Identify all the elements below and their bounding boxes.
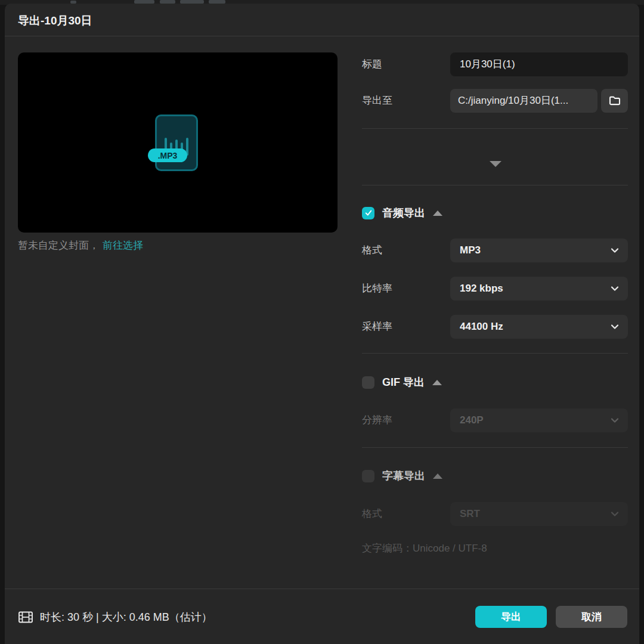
subtitle-export-header: 字幕导出 — [362, 469, 442, 482]
encoding-value: Unicode / UTF-8 — [413, 543, 487, 554]
format-dropdown[interactable]: MP3 — [450, 239, 628, 262]
cover-caption-row: 暂未自定义封面，前往选择 — [18, 239, 143, 252]
chevron-down-icon — [610, 246, 620, 255]
audio-export-checkbox[interactable] — [362, 207, 374, 219]
resolution-label: 分辨率 — [362, 408, 450, 432]
mp3-file-icon: .MP3 — [155, 114, 198, 171]
expand-more-chevron-icon[interactable] — [490, 161, 501, 167]
export-path-row: 导出至 C:/jianying/10月30日(1... — [362, 89, 628, 113]
export-dialog: 导出-10月30日 .MP3 暂未自定义封面，前往选择 标题 10月30日(1)… — [5, 4, 639, 644]
title-input[interactable]: 10月30日(1) — [450, 52, 628, 76]
bitrate-dropdown[interactable]: 192 kbps — [450, 277, 628, 301]
resolution-row: 分辨率 240P — [362, 408, 628, 432]
audio-export-title: 音频导出 — [382, 206, 425, 220]
choose-cover-link[interactable]: 前往选择 — [103, 240, 143, 251]
encoding-row: 文字编码：Unicode / UTF-8 — [362, 537, 487, 561]
bitrate-label: 比特率 — [362, 277, 450, 301]
titlebar-divider — [5, 36, 639, 36]
resolution-dropdown: 240P — [450, 408, 628, 432]
collapse-up-icon[interactable] — [433, 210, 442, 216]
collapse-up-icon[interactable] — [433, 473, 442, 479]
chevron-down-icon — [610, 416, 620, 425]
subtitle-format-dropdown: SRT — [450, 502, 628, 526]
browse-folder-button[interactable] — [601, 89, 628, 113]
subtitle-format-value: SRT — [460, 508, 610, 520]
subtitle-format-label: 格式 — [362, 502, 450, 526]
samplerate-value: 44100 Hz — [460, 321, 610, 333]
samplerate-row: 采样率 44100 Hz — [362, 315, 628, 339]
file-type-badge: .MP3 — [148, 148, 187, 162]
subtitle-export-title: 字幕导出 — [382, 469, 425, 483]
footer-info: 时长: 30 秒 | 大小: 0.46 MB（估计） — [18, 605, 212, 630]
samplerate-dropdown[interactable]: 44100 Hz — [450, 315, 628, 339]
section-divider — [362, 447, 628, 448]
cancel-button[interactable]: 取消 — [556, 606, 627, 628]
check-icon — [364, 209, 373, 217]
bitrate-row: 比特率 192 kbps — [362, 277, 628, 301]
resolution-value: 240P — [460, 414, 610, 426]
chevron-down-icon — [610, 322, 620, 332]
footer-divider — [5, 589, 639, 589]
cover-caption: 暂未自定义封面， — [18, 240, 99, 251]
audio-export-header: 音频导出 — [362, 206, 442, 219]
gif-export-checkbox[interactable] — [362, 376, 374, 389]
format-value: MP3 — [460, 244, 610, 256]
cover-preview: .MP3 — [18, 52, 338, 233]
section-divider — [362, 128, 628, 129]
chevron-down-icon — [610, 509, 620, 519]
samplerate-label: 采样率 — [362, 315, 450, 339]
section-divider — [362, 185, 628, 185]
duration-size-text: 时长: 30 秒 | 大小: 0.46 MB（估计） — [40, 610, 212, 624]
format-label: 格式 — [362, 239, 450, 262]
title-row: 标题 10月30日(1) — [362, 52, 628, 76]
bitrate-value: 192 kbps — [460, 283, 610, 295]
folder-icon — [608, 94, 622, 108]
audio-format-row: 格式 MP3 — [362, 239, 628, 262]
dialog-title: 导出-10月30日 — [18, 13, 92, 29]
gif-export-title: GIF 导出 — [382, 375, 425, 389]
export-path-input[interactable]: C:/jianying/10月30日(1... — [450, 89, 597, 113]
film-icon — [18, 609, 33, 625]
subtitle-export-checkbox[interactable] — [362, 470, 374, 482]
export-button[interactable]: 导出 — [475, 606, 547, 628]
subtitle-format-row: 格式 SRT — [362, 502, 628, 526]
gif-export-header: GIF 导出 — [362, 376, 442, 389]
collapse-up-icon[interactable] — [432, 380, 442, 385]
section-divider — [362, 353, 628, 354]
chevron-down-icon — [610, 284, 620, 293]
encoding-label: 文字编码： — [362, 543, 413, 554]
title-label: 标题 — [362, 52, 450, 76]
export-path-label: 导出至 — [362, 89, 450, 113]
